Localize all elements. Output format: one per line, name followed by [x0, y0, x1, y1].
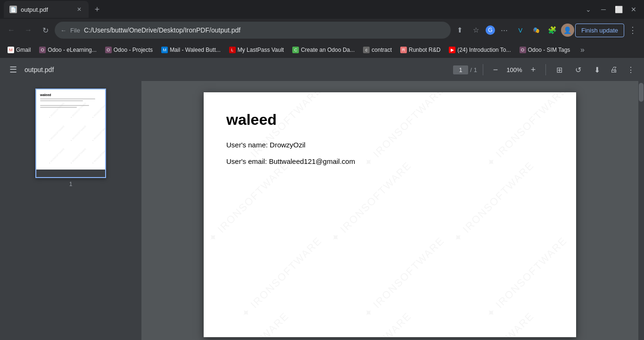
- pdf-toolbar-divider-2: [545, 64, 546, 75]
- tab-controls: ⌄ ─ ⬜ ✕: [582, 3, 640, 16]
- bookmark-runbot[interactable]: R Runbot R&D: [396, 45, 444, 55]
- tampermonkey-extension-icon[interactable]: 🎭: [529, 23, 544, 38]
- reload-button[interactable]: ↻: [38, 23, 53, 38]
- thumb-wm: ✦ IRONSOFTWARE: [63, 118, 94, 149]
- pdf-toolbar-divider-1: [483, 64, 483, 75]
- watermark-9: ✦ IRONSOFTWARE: [484, 235, 570, 320]
- profile-button[interactable]: 👤: [561, 24, 574, 37]
- thumbnail-panel: waleed ✦ IRONSOFTWARE ✦ IRONSOFTWARE ✦ I…: [0, 81, 141, 340]
- thumbnail-page-1: waleed ✦ IRONSOFTWARE ✦ IRONSOFTWARE ✦ I…: [35, 89, 106, 178]
- bookmark-label-odoo-projects: Odoo - Projects: [114, 47, 153, 53]
- bookmark-favicon-odoo-projects: O: [105, 47, 112, 53]
- vimeo-extension-icon[interactable]: V: [513, 23, 528, 38]
- pdf-content-area: ✦ IRONSOFTWARE ✦ IRONSOFTWARE ✦ IRONSOFT…: [141, 81, 638, 340]
- thumb-bottom-bar: [36, 170, 105, 177]
- watermark-10: ✦ IRONSOFTWARE: [206, 310, 292, 337]
- nav-actions: ⬆ ☆ G ⋯ V 🎭 🧩 👤 Finish update ⋮: [453, 23, 640, 38]
- pdf-toolbar-right: ⬇ 🖨 ⋮: [589, 62, 638, 77]
- bookmark-button[interactable]: ☆: [469, 23, 484, 38]
- thumb-wm: ✦ IRONSOFTWARE: [41, 118, 73, 149]
- pdf-username-line: User's name: DrowzyOzil: [226, 140, 553, 151]
- thumb-line-4: [40, 107, 77, 108]
- thumb-watermarks: ✦ IRONSOFTWARE ✦ IRONSOFTWARE ✦ IRONSOFT…: [46, 99, 96, 168]
- bookmark-favicon-create-odoo: C: [292, 47, 299, 53]
- thumb-heading: waleed: [40, 93, 101, 97]
- pdf-viewer: ☰ output.pdf / 1 − 100% + ⊞ ↺ ⬇ 🖨 ⋮ wal: [0, 58, 644, 340]
- pdf-zoom-controls: − 100% +: [489, 63, 540, 76]
- bookmark-favicon-lastpass: L: [229, 47, 236, 53]
- pdf-heading: waleed: [226, 111, 553, 129]
- watermark-grid: ✦ IRONSOFTWARE ✦ IRONSOFTWARE ✦ IRONSOFT…: [204, 92, 576, 337]
- thumb-wm: ✦ IRONSOFTWARE: [41, 140, 73, 172]
- pdf-main-area: waleed ✦ IRONSOFTWARE ✦ IRONSOFTWARE ✦ I…: [0, 81, 644, 340]
- vertical-scrollbar[interactable]: [638, 81, 644, 340]
- bookmark-contract[interactable]: c contract: [359, 45, 396, 55]
- pdf-toolbar: ☰ output.pdf / 1 − 100% + ⊞ ↺ ⬇ 🖨 ⋮: [0, 58, 644, 81]
- close-tab-button[interactable]: ✕: [75, 6, 83, 13]
- share-button[interactable]: ⬆: [453, 23, 468, 38]
- more-extensions-button[interactable]: ⋯: [497, 23, 512, 38]
- pdf-rotate-button[interactable]: ↺: [570, 62, 586, 77]
- back-button[interactable]: ←: [4, 23, 19, 38]
- reload-icon: ↻: [42, 26, 49, 35]
- bookmark-odoo-sim[interactable]: O Odoo - SIM Tags: [516, 45, 574, 55]
- bookmark-label-contract: contract: [372, 47, 392, 53]
- pdf-download-button[interactable]: ⬇: [589, 62, 604, 77]
- pdf-zoom-in-button[interactable]: +: [527, 63, 540, 76]
- google-extension-icon[interactable]: G: [486, 25, 495, 35]
- file-label: File: [70, 27, 80, 34]
- tab-title: output.pdf: [21, 6, 72, 13]
- bookmark-label-odoo-elearning: Odoo - eLearning...: [48, 47, 96, 53]
- bookmark-create-odoo[interactable]: C Create an Odoo Da...: [289, 45, 358, 55]
- bookmark-gmail[interactable]: M Gmail: [4, 45, 34, 55]
- pdf-page-input[interactable]: [453, 65, 468, 74]
- bookmark-favicon-odoo-elearning: O: [39, 47, 46, 53]
- pdf-print-button[interactable]: 🖨: [606, 62, 621, 77]
- back-icon: ←: [8, 26, 15, 34]
- thumbnail-item-1[interactable]: waleed ✦ IRONSOFTWARE ✦ IRONSOFTWARE ✦ I…: [35, 89, 106, 187]
- window-close-button[interactable]: ✕: [627, 3, 640, 16]
- address-bar[interactable]: ← File C:/Users/buttw/OneDrive/Desktop/I…: [55, 22, 451, 39]
- watermark-7: ✦ IRONSOFTWARE: [239, 235, 325, 320]
- bookmarks-more-button[interactable]: »: [577, 44, 588, 56]
- bookmark-label-create-odoo: Create an Odoo Da...: [301, 47, 355, 53]
- pdf-email-line: User's email: Buttwaleed121@gmail.com: [226, 156, 553, 167]
- extensions-button[interactable]: 🧩: [545, 23, 560, 38]
- tab-favicon: 📄: [9, 6, 17, 13]
- nav-bar: ← → ↻ ← File C:/Users/buttw/OneDrive/Des…: [0, 19, 644, 41]
- finish-update-button[interactable]: Finish update: [575, 24, 624, 37]
- bookmark-favicon-mail-waleed: M: [161, 47, 168, 53]
- bookmark-label-mail-waleed: Mail - Waleed Butt...: [170, 47, 221, 53]
- pdf-zoom-value: 100%: [504, 66, 525, 73]
- bookmark-label-odoo-sim: Odoo - SIM Tags: [528, 47, 570, 53]
- pdf-title: output.pdf: [25, 66, 449, 73]
- bookmark-favicon-runbot: R: [400, 47, 407, 53]
- window-minimize-button[interactable]: ─: [597, 3, 610, 16]
- new-tab-button[interactable]: +: [91, 3, 104, 16]
- pdf-menu-button[interactable]: ☰: [6, 62, 21, 77]
- bookmark-youtube[interactable]: ▶ (24) Introduction To...: [445, 45, 514, 55]
- bookmark-mail-waleed[interactable]: M Mail - Waleed Butt...: [157, 45, 224, 55]
- active-tab[interactable]: 📄 output.pdf ✕: [4, 1, 89, 18]
- watermark-4: ✦ IRONSOFTWARE: [206, 159, 292, 245]
- thumb-wm: ✦ IRONSOFTWARE: [84, 140, 106, 172]
- thumb-line-2: [40, 100, 83, 101]
- bookmark-odoo-projects[interactable]: O Odoo - Projects: [101, 45, 157, 55]
- bookmark-label-youtube: (24) Introduction To...: [457, 47, 511, 53]
- profile-avatar: 👤: [561, 24, 574, 37]
- bookmark-odoo-elearning[interactable]: O Odoo - eLearning...: [35, 45, 100, 55]
- pdf-more-button[interactable]: ⋮: [623, 62, 638, 77]
- window-restore-button[interactable]: ⬜: [612, 3, 625, 16]
- bookmark-favicon-youtube: ▶: [449, 47, 455, 53]
- pdf-total-pages: 1: [474, 66, 477, 73]
- watermark-6: ✦ IRONSOFTWARE: [451, 159, 537, 245]
- scrollbar-thumb[interactable]: [639, 83, 644, 102]
- watermark-5: ✦ IRONSOFTWARE: [329, 159, 414, 245]
- pdf-fit-page-button[interactable]: ⊞: [552, 62, 567, 77]
- forward-button[interactable]: →: [21, 23, 36, 38]
- pdf-zoom-out-button[interactable]: −: [489, 63, 502, 76]
- bookmark-favicon-gmail: M: [8, 47, 14, 53]
- bookmark-lastpass[interactable]: L My LastPass Vault: [225, 45, 288, 55]
- browser-menu-button[interactable]: ⋮: [625, 23, 640, 38]
- thumb-line-3: [40, 105, 89, 106]
